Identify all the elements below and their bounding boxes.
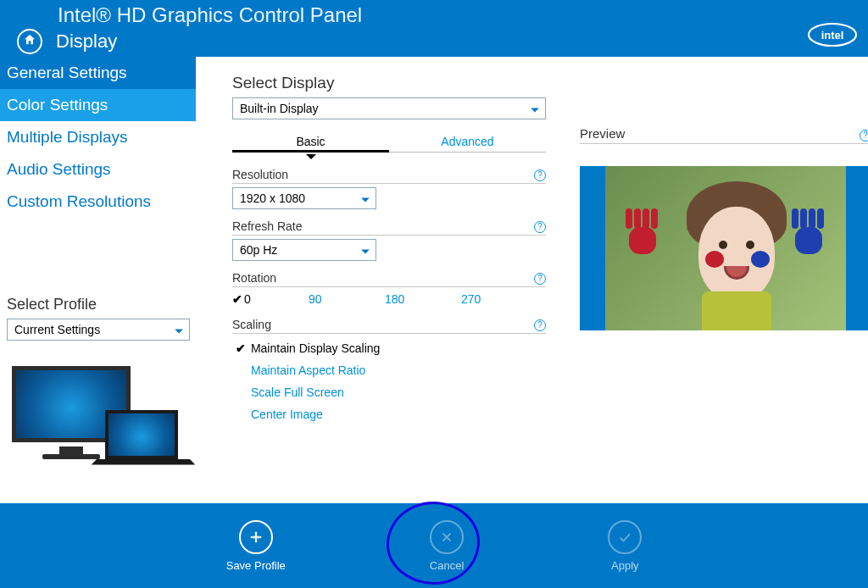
resolution-value: 1920 x 1080	[240, 191, 305, 205]
chevron-down-icon	[360, 246, 370, 259]
home-button[interactable]	[17, 29, 42, 54]
rotation-option-0[interactable]: ✔0	[232, 292, 309, 306]
mode-tabs: Basic Advanced	[232, 135, 546, 153]
refresh-value: 60p Hz	[240, 243, 277, 257]
scaling-option-maintain-aspect[interactable]: Maintain Aspect Ratio	[236, 359, 546, 381]
home-icon	[23, 33, 36, 50]
cancel-button[interactable]: Cancel	[430, 520, 464, 572]
sidebar: General Settings Color Settings Multiple…	[0, 57, 197, 503]
refresh-rate-label: Refresh Rate ?	[232, 219, 546, 236]
display-select[interactable]: Built-in Display	[232, 97, 546, 119]
chevron-down-icon	[360, 194, 370, 208]
resolution-select[interactable]: 1920 x 1080	[232, 187, 376, 209]
rotation-option-180[interactable]: 180	[385, 292, 461, 306]
profile-select-value: Current Settings	[14, 323, 100, 336]
scaling-option-scale-full[interactable]: Scale Full Screen	[236, 381, 546, 403]
svg-text:intel: intel	[821, 29, 844, 42]
sidebar-item-color-settings[interactable]: Color Settings	[0, 89, 196, 121]
select-display-label: Select Display	[232, 74, 546, 92]
rotation-option-270[interactable]: 270	[461, 292, 537, 306]
devices-illustration	[12, 366, 181, 476]
close-icon	[430, 520, 464, 554]
select-profile-label: Select Profile	[0, 296, 196, 319]
sidebar-item-custom-resolutions[interactable]: Custom Resolutions	[0, 186, 196, 218]
tab-basic[interactable]: Basic	[232, 135, 389, 152]
preview-image	[580, 166, 868, 330]
display-select-value: Built-in Display	[240, 102, 319, 115]
app-title: Intel® HD Graphics Control Panel	[0, 0, 868, 27]
resolution-label: Resolution ?	[232, 168, 546, 184]
rotation-label: Rotation ?	[232, 271, 546, 287]
chevron-down-icon	[530, 104, 540, 118]
sidebar-item-general-settings[interactable]: General Settings	[0, 57, 196, 89]
scaling-option-maintain-display[interactable]: ✔ Maintain Display Scaling	[236, 337, 546, 359]
intel-logo: intel	[807, 22, 858, 51]
help-icon[interactable]: ?	[534, 273, 546, 285]
preview-label: Preview ?	[580, 126, 868, 144]
help-icon[interactable]: ?	[860, 130, 868, 141]
scaling-label: Scaling ?	[232, 318, 546, 334]
sidebar-item-multiple-displays[interactable]: Multiple Displays	[0, 121, 196, 153]
chevron-down-icon	[174, 325, 184, 339]
plus-icon	[239, 520, 273, 554]
section-title: Display	[56, 31, 117, 53]
apply-button[interactable]: Apply	[608, 520, 642, 572]
refresh-select[interactable]: 60p Hz	[232, 239, 376, 261]
tab-advanced[interactable]: Advanced	[389, 135, 546, 152]
profile-select[interactable]: Current Settings	[7, 319, 190, 341]
scaling-option-center-image[interactable]: Center Image	[236, 403, 546, 425]
help-icon[interactable]: ?	[534, 319, 546, 331]
sidebar-item-audio-settings[interactable]: Audio Settings	[0, 153, 196, 186]
help-icon[interactable]: ?	[534, 169, 546, 181]
help-icon[interactable]: ?	[534, 221, 546, 233]
rotation-option-90[interactable]: 90	[309, 292, 385, 306]
save-profile-button[interactable]: Save Profile	[226, 520, 286, 572]
check-icon	[608, 520, 642, 554]
app-header: Intel® HD Graphics Control Panel Display…	[0, 0, 868, 57]
footer: Save Profile Cancel Apply	[0, 503, 868, 588]
